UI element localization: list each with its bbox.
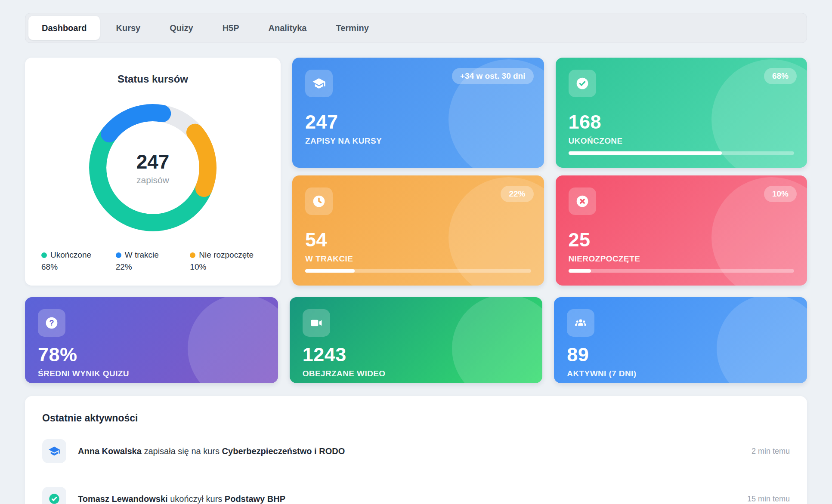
- graduation-cap-icon: [305, 70, 333, 97]
- legend-percent: 10%: [190, 262, 264, 272]
- activity-timestamp: 2 min temu: [743, 447, 790, 456]
- legend-percent: 22%: [116, 262, 190, 272]
- stat-card-w-trakcie[interactable]: 22% 54 W TRAKCIE: [292, 175, 544, 286]
- activity-list: Anna Kowalska zapisała się na kurs Cyber…: [42, 427, 790, 504]
- recent-activity-card: Ostatnie aktywności Anna Kowalska zapisa…: [25, 396, 807, 504]
- legend-label: Ukończone: [50, 250, 91, 260]
- tab-dashboard[interactable]: Dashboard: [28, 16, 100, 40]
- stat-card-obejrzane-wideo[interactable]: 1243 OBEJRZANE WIDEO: [290, 297, 543, 383]
- progress-fill: [569, 151, 722, 155]
- graduation-cap-icon: [42, 439, 66, 463]
- activity-user-name: Anna Kowalska: [78, 446, 142, 456]
- stat-badge: +34 w ost. 30 dni: [452, 68, 534, 84]
- x-circle-icon: [569, 187, 596, 215]
- legend-item-w-trakcie: W trakcie 22%: [116, 250, 190, 272]
- stat-label: OBEJRZANE WIDEO: [303, 369, 530, 378]
- legend-dot-green: [41, 252, 47, 258]
- legend-item-ukonczone: Ukończone 68%: [41, 250, 116, 272]
- progress-bar: [569, 269, 795, 273]
- stat-card-zapisy[interactable]: +34 w ost. 30 dni 247 ZAPISY NA KURSY: [292, 58, 544, 168]
- stat-value: 247: [305, 111, 531, 133]
- activity-action: zapisała się na kurs: [142, 446, 222, 456]
- donut-segment-w-trakcie: [109, 113, 162, 134]
- stats-grid-bottom: ? 78% ŚREDNI WYNIK QUIZU 1243 OBEJRZANE …: [25, 297, 807, 383]
- main-tabbar: Dashboard Kursy Quizy H5P Analityka Term…: [25, 13, 807, 43]
- tab-h5p[interactable]: H5P: [209, 16, 253, 40]
- activity-text: Tomasz Lewandowski ukończył kurs Podstaw…: [78, 494, 285, 504]
- activity-text: Anna Kowalska zapisała się na kurs Cyber…: [78, 446, 345, 456]
- tab-quizy[interactable]: Quizy: [156, 16, 206, 40]
- dashboard-page: Dashboard Kursy Quizy H5P Analityka Term…: [0, 0, 832, 504]
- donut-segment-ukonczone: [98, 134, 204, 223]
- legend-percent: 68%: [41, 262, 116, 272]
- stat-card-aktywni[interactable]: 89 AKTYWNI (7 DNI): [554, 297, 807, 383]
- activity-row-completion: Tomasz Lewandowski ukończył kurs Podstaw…: [42, 475, 790, 504]
- activity-timestamp: 15 min temu: [739, 495, 790, 504]
- progress-bar: [569, 151, 795, 155]
- check-circle-icon: [569, 70, 596, 97]
- stat-badge: 22%: [501, 186, 533, 202]
- legend-label: W trakcie: [125, 250, 159, 260]
- tab-kursy[interactable]: Kursy: [102, 16, 154, 40]
- stat-badge: 10%: [764, 186, 797, 202]
- stat-label: UKOŃCZONE: [569, 136, 795, 146]
- tab-terminy[interactable]: Terminy: [322, 16, 382, 40]
- svg-text:?: ?: [49, 319, 54, 327]
- course-status-donut-chart: 247 zapisów: [88, 103, 217, 232]
- recent-activity-title: Ostatnie aktywności: [42, 412, 790, 424]
- progress-bar: [305, 269, 531, 273]
- stats-grid-top: Status kursów 247 zapisów Ukończon: [25, 58, 807, 286]
- donut-svg: [88, 103, 217, 232]
- course-status-title: Status kursów: [40, 73, 265, 85]
- stat-value: 89: [567, 344, 794, 366]
- donut-legend: Ukończone 68% W trakcie 22% Nie rozpoczę…: [40, 250, 265, 272]
- progress-fill: [305, 269, 355, 273]
- activity-user-name: Tomasz Lewandowski: [78, 494, 168, 504]
- stat-label: NIEROZPOCZĘTE: [569, 254, 795, 264]
- activity-action: ukończył kurs: [168, 494, 225, 504]
- check-circle-icon: [42, 487, 66, 504]
- course-status-card: Status kursów 247 zapisów Ukończon: [25, 58, 281, 286]
- legend-item-nie-rozpoczete: Nie rozpoczęte 10%: [190, 250, 264, 272]
- progress-fill: [569, 269, 591, 273]
- stat-value: 54: [305, 229, 531, 251]
- tab-analityka[interactable]: Analityka: [255, 16, 320, 40]
- video-camera-icon: [303, 309, 330, 337]
- activity-course-name: Podstawy BHP: [225, 494, 285, 504]
- stat-value: 78%: [38, 344, 265, 366]
- stat-label: ŚREDNI WYNIK QUIZU: [38, 369, 265, 378]
- stat-card-ukonczone[interactable]: 68% 168 UKOŃCZONE: [556, 58, 807, 168]
- stat-value: 168: [569, 111, 795, 133]
- stat-card-nierozpoczete[interactable]: 10% 25 NIEROZPOCZĘTE: [556, 175, 807, 286]
- legend-dot-blue: [116, 252, 121, 258]
- clock-icon: [305, 187, 333, 215]
- stat-card-sredni-wynik[interactable]: ? 78% ŚREDNI WYNIK QUIZU: [25, 297, 278, 383]
- legend-label: Nie rozpoczęte: [199, 250, 254, 260]
- legend-dot-orange: [190, 252, 195, 258]
- stat-value: 25: [569, 229, 795, 251]
- activity-course-name: Cyberbezpieczeństwo i RODO: [222, 446, 345, 456]
- stat-label: ZAPISY NA KURSY: [305, 136, 531, 146]
- activity-row-enrollment: Anna Kowalska zapisała się na kurs Cyber…: [42, 427, 790, 475]
- stat-badge: 68%: [764, 68, 797, 84]
- donut-segment-nie-rozpoczete: [195, 132, 208, 188]
- stat-label: AKTYWNI (7 DNI): [567, 369, 794, 378]
- stat-value: 1243: [303, 344, 530, 366]
- users-group-icon: [567, 309, 594, 337]
- stat-label: W TRAKCIE: [305, 254, 531, 264]
- question-circle-icon: ?: [38, 309, 65, 337]
